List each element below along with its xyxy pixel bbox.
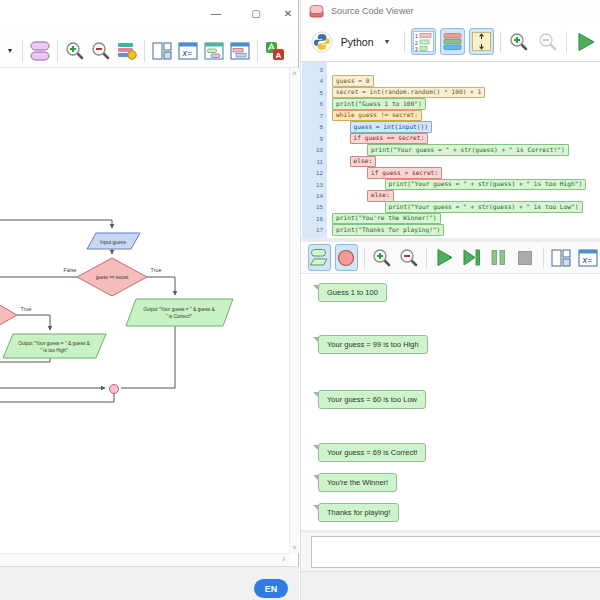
code-statement-while[interactable]: while guess != secret: xyxy=(332,110,422,122)
run-button[interactable] xyxy=(573,28,598,55)
console-bubble: Your guess = 99 is too High xyxy=(318,335,428,354)
window-panes-icon[interactable] xyxy=(149,38,175,64)
window-title: Source Code Viewer xyxy=(331,6,413,16)
scroll-up-icon[interactable]: ˄ xyxy=(290,70,299,77)
svg-text:1: 1 xyxy=(415,33,418,39)
code-statement-if[interactable]: else: xyxy=(367,190,394,202)
console-run-button[interactable] xyxy=(433,244,456,271)
record-icon xyxy=(336,248,356,268)
source-code-viewer-window: Source Code Viewer Python ▼ 1 2 3 xyxy=(300,0,600,600)
zoom-out-icon xyxy=(399,248,419,268)
divider xyxy=(426,247,427,269)
record-button[interactable] xyxy=(335,244,358,271)
translate-icon[interactable]: A xyxy=(262,38,288,64)
code-zoom-in-button[interactable] xyxy=(507,28,532,55)
flow-decision-nested-shape[interactable] xyxy=(0,296,17,334)
left-statusbar: EN xyxy=(0,566,299,600)
console-window-icon[interactable] xyxy=(201,38,227,64)
scroll-down-icon[interactable]: ˅ xyxy=(290,544,299,551)
flow-output-high-l1: Output "Your guess = " & guess & xyxy=(18,341,90,346)
terminal-shapes-icon[interactable] xyxy=(27,38,53,64)
variable-watch-icon[interactable]: x= xyxy=(175,38,201,64)
console-input-row xyxy=(301,533,600,571)
variable-watch-icon: x= xyxy=(578,248,598,268)
console-input[interactable] xyxy=(311,536,600,568)
console-zoom-in-button[interactable] xyxy=(371,244,394,271)
chevron-down-icon[interactable]: ▼ xyxy=(2,38,18,64)
code-statement-print[interactable]: print("Your guess = " + str(guess) + " i… xyxy=(385,179,587,191)
divider xyxy=(364,247,365,269)
flow-input-label: Input guess xyxy=(100,239,126,245)
code-statement-if[interactable]: if guess == secret: xyxy=(350,133,429,145)
step-forward-button[interactable] xyxy=(460,244,483,271)
divider xyxy=(404,31,405,53)
chevron-down-icon[interactable]: ▼ xyxy=(384,38,391,45)
flowchart-canvas[interactable]: Input guess guess == secret False True T… xyxy=(0,68,289,553)
horizontal-scrollbar[interactable]: › xyxy=(0,553,289,566)
flow-false-label: False xyxy=(63,267,76,273)
console-output: Guess 1 to 100Your guess = 99 is too Hig… xyxy=(301,274,600,530)
code-statement-input[interactable]: guess = int(input()) xyxy=(350,121,433,133)
zoom-out-icon[interactable] xyxy=(88,38,114,64)
play-icon xyxy=(575,31,597,53)
code-statement-assign[interactable]: guess = 0 xyxy=(332,75,374,87)
flow-line xyxy=(0,220,112,228)
console-zoom-out-button[interactable] xyxy=(397,244,420,271)
toggle-color-blocks-button[interactable] xyxy=(440,28,465,55)
toggle-auto-fit-button[interactable] xyxy=(469,28,494,55)
color-blocks-icon xyxy=(442,31,463,52)
divider xyxy=(257,40,258,62)
close-button[interactable]: ✕ xyxy=(273,0,303,26)
right-bottom-bar xyxy=(301,571,600,600)
code-statement-print[interactable]: print("Guess 1 to 100") xyxy=(332,98,426,110)
code-area: 34567891011121314151617 guess = 0secret … xyxy=(301,62,600,238)
flow-output-correct-l1: Output "Your guess = " & guess & xyxy=(143,307,215,312)
flow-decision-label: guess == secret xyxy=(96,275,129,280)
vertical-scrollbar[interactable]: ˄ ˅ xyxy=(289,68,299,553)
code-statement-if[interactable]: if guess > secret: xyxy=(367,167,442,179)
minimize-button[interactable]: — xyxy=(201,0,231,26)
flow-output-correct-shape[interactable] xyxy=(126,299,233,326)
stop-icon xyxy=(516,249,534,267)
console-variable-watch-button[interactable]: x= xyxy=(576,244,599,271)
code-viewer-toolbar: Python ▼ 1 2 3 xyxy=(301,22,600,62)
pause-icon xyxy=(489,248,508,267)
code-statement-print[interactable]: print("You're the Winner!") xyxy=(332,213,441,225)
toggle-flowchart-trace-button[interactable] xyxy=(308,244,331,271)
divider xyxy=(57,40,58,62)
scroll-right-icon[interactable]: › xyxy=(282,554,285,564)
python-logo-icon xyxy=(311,30,333,54)
stop-button[interactable] xyxy=(514,244,537,271)
flow-connector-circle[interactable] xyxy=(110,385,119,394)
divider xyxy=(144,40,145,62)
flow-output-high-shape[interactable] xyxy=(3,334,106,358)
source-viewer-icon xyxy=(309,4,325,19)
divider xyxy=(566,31,567,53)
console-bubble: Your guess = 60 is too Low xyxy=(318,390,426,409)
divider xyxy=(22,40,23,62)
divider xyxy=(500,31,501,53)
console-layout-icon[interactable] xyxy=(227,38,253,64)
flow-line-true xyxy=(147,277,175,295)
play-icon xyxy=(434,247,455,268)
console-panes-button[interactable] xyxy=(550,244,573,271)
left-toolbar: ▼ xyxy=(0,26,298,68)
console-bubble: You're the Winner! xyxy=(318,473,397,492)
language-badge[interactable]: EN xyxy=(254,579,288,598)
code-statement-print[interactable]: print("Your guess = " + str(guess) + " i… xyxy=(385,201,583,213)
code-statement-assign[interactable]: secret = int(random.random() * 100) + 1 xyxy=(332,87,485,99)
divider xyxy=(543,247,544,269)
auto-fit-icon xyxy=(471,31,492,52)
code-zoom-out-button[interactable] xyxy=(535,28,560,55)
code-lines: guess = 0secret = int(random.random() * … xyxy=(301,62,600,238)
zoom-in-icon[interactable] xyxy=(62,38,88,64)
pause-button[interactable] xyxy=(487,244,510,271)
toggle-line-numbers-button[interactable]: 1 2 3 xyxy=(411,28,436,55)
code-statement-print[interactable]: print("Your guess = " + str(guess) + " i… xyxy=(367,144,569,156)
console-bubble: Thanks for playing! xyxy=(318,503,399,522)
language-select[interactable]: Python xyxy=(341,36,374,48)
maximize-button[interactable]: ▢ xyxy=(241,0,271,26)
code-statement-print[interactable]: print("Thanks for playing!") xyxy=(332,224,444,236)
code-statement-if[interactable]: else: xyxy=(350,156,377,168)
display-settings-icon[interactable] xyxy=(114,38,140,64)
